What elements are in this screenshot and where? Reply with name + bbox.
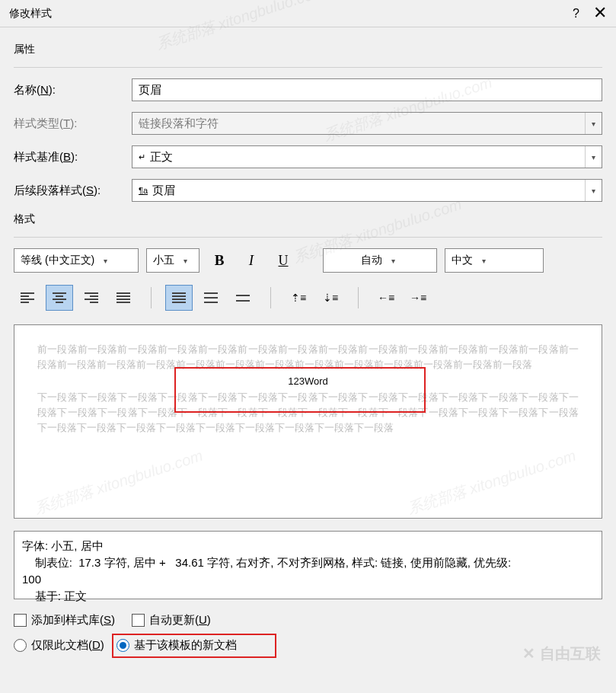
chevron-down-icon[interactable]: ▾ [585,180,602,201]
increase-para-before-button[interactable]: ⇡≡ [285,285,312,311]
format-toolbar: 等线 (中文正文) ▾ 小五 ▾ B I U 自动 ▾ 中文 ▾ [14,248,602,273]
radio-row: 仅限此文档(D) 基于该模板的新文档 [14,638,602,653]
paragraph-mark-icon: ↵ [139,152,145,162]
font-size-select[interactable]: 小五 ▾ [146,248,199,273]
preview-pane: 前一段落前一段落前一段落前一段落前一段落前一段落前一段落前一段落前一段落前一段落… [14,324,602,519]
label-based-on: 样式基准(B): [14,150,132,164]
checkbox-icon [132,614,145,627]
radio-icon [14,639,27,652]
label-name: 名称(N): [14,83,132,97]
align-justify-button[interactable] [110,285,137,311]
align-left-button[interactable] [14,285,41,311]
divider [14,237,602,238]
chevron-down-icon[interactable]: ▾ [97,257,113,265]
template-new-docs-radio[interactable]: 基于该模板的新文档 [116,638,237,653]
row-name: 名称(N): 页眉 [14,78,602,101]
underline-button[interactable]: U [271,248,295,273]
decrease-indent-button[interactable]: ←≡ [372,285,400,311]
checkbox-icon [14,614,27,627]
line-spacing-1-button[interactable] [165,285,193,311]
dialog-title: 修改样式 [9,7,52,21]
type-select: 链接段落和字符 ▾ [132,112,602,135]
chevron-down-icon[interactable]: ▾ [385,257,401,265]
auto-update-checkbox[interactable]: 自动更新(U) [132,613,211,628]
window-controls: ? ✕ [573,7,607,21]
row-next-style: 后续段落样式(S): ¶a 页眉 ▾ [14,179,602,202]
language-select[interactable]: 中文 ▾ [445,248,544,273]
chevron-down-icon[interactable]: ▾ [585,146,602,168]
linked-style-icon: ¶a [139,186,148,195]
spacing-icon: ⇡≡ [291,292,306,304]
chevron-down-icon[interactable]: ▾ [476,257,491,265]
help-button[interactable]: ? [573,7,579,21]
divider [14,67,602,68]
preview-after-text: 下一段落下一段落下一段落下一段落下一段落下一段落下一段落下一段落下一段落下一段落… [37,390,579,436]
align-center-button[interactable] [46,285,73,311]
line-spacing-2-button[interactable] [229,285,257,311]
bold-button[interactable]: B [207,248,231,273]
decrease-para-before-button[interactable]: ⇣≡ [317,285,344,311]
separator [358,287,359,308]
add-to-gallery-checkbox[interactable]: 添加到样式库(S) [14,613,115,628]
font-color-select[interactable]: 自动 ▾ [323,248,437,273]
preview-before-text: 前一段落前一段落前一段落前一段落前一段落前一段落前一段落前一段落前一段落前一段落… [37,342,579,372]
close-button[interactable]: ✕ [593,7,607,21]
indent-icon: →≡ [410,292,426,304]
line-spacing-1-5-button[interactable] [197,285,225,311]
font-select[interactable]: 等线 (中文正文) ▾ [14,248,139,273]
based-on-select[interactable]: ↵ 正文 ▾ [132,145,602,168]
titlebar: 修改样式 ? ✕ [0,0,616,27]
name-input[interactable]: 页眉 [132,78,602,101]
align-right-button[interactable] [78,285,105,311]
row-based-on: 样式基准(B): ↵ 正文 ▾ [14,145,602,168]
radio-icon [116,639,129,652]
section-properties-label: 属性 [14,43,602,56]
style-description: 字体: 小五, 居中 制表位: 17.3 字符, 居中 + 34.61 字符, … [14,531,602,599]
only-this-doc-radio[interactable]: 仅限此文档(D) [14,638,104,653]
italic-button[interactable]: I [239,248,263,273]
label-type: 样式类型(T): [14,117,132,131]
separator [151,287,152,308]
label-next-style: 后续段落样式(S): [14,184,132,198]
increase-indent-button[interactable]: →≡ [404,285,432,311]
section-format-label: 格式 [14,212,602,226]
spacing-icon: ⇣≡ [323,292,338,304]
outdent-icon: ←≡ [378,292,394,304]
site-logo: ✕ 自由互联 [522,644,601,664]
paragraph-toolbar: ⇡≡ ⇣≡ ←≡ →≡ [14,285,602,311]
next-style-select[interactable]: ¶a 页眉 ▾ [132,179,602,202]
checkbox-row: 添加到样式库(S) 自动更新(U) [14,613,602,628]
preview-sample-text: 123Word [37,375,579,387]
chevron-down-icon: ▾ [585,113,602,134]
row-type: 样式类型(T): 链接段落和字符 ▾ [14,112,602,135]
separator [270,287,271,308]
chevron-down-icon[interactable]: ▾ [177,257,193,265]
